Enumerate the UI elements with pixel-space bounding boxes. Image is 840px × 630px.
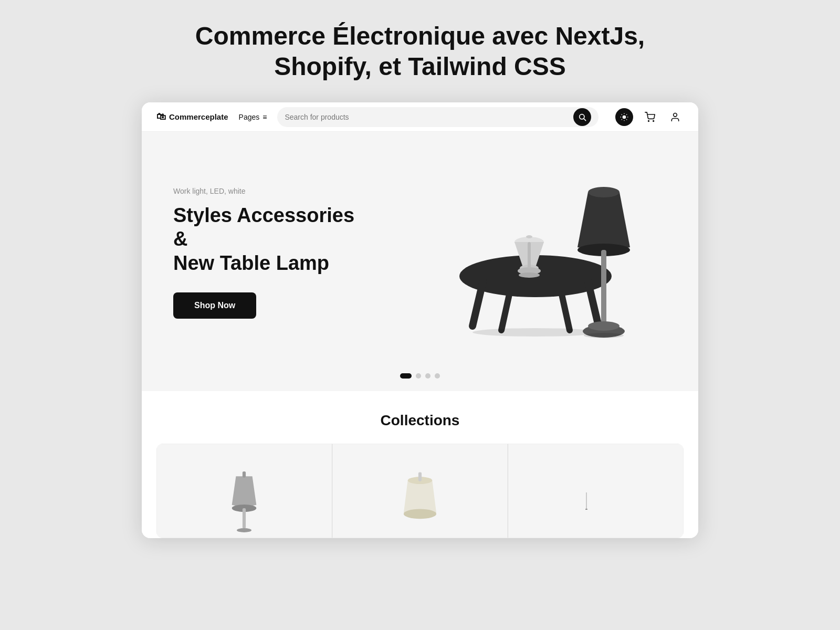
collection-item-3[interactable] xyxy=(508,444,684,538)
svg-line-10 xyxy=(626,114,627,115)
search-button[interactable] xyxy=(573,108,591,126)
navbar: 🛍 Commerceplate Pages ≡ xyxy=(142,102,698,132)
carousel-dots xyxy=(142,363,698,391)
menu-icon: ≡ xyxy=(262,113,267,121)
svg-point-13 xyxy=(674,113,677,117)
shop-now-button[interactable]: Shop Now xyxy=(173,292,256,319)
svg-point-35 xyxy=(237,528,251,532)
svg-point-30 xyxy=(588,321,620,331)
svg-rect-38 xyxy=(418,472,422,481)
logo-icon: 🛍 xyxy=(156,111,166,122)
pages-label: Pages xyxy=(239,113,260,121)
search-input[interactable] xyxy=(285,113,568,121)
svg-line-17 xyxy=(501,295,509,330)
svg-rect-28 xyxy=(601,250,606,329)
collections-section: Collections xyxy=(142,391,698,538)
hero-subtitle: Work light, LED, white xyxy=(173,187,373,195)
carousel-dot-1[interactable] xyxy=(400,373,412,379)
logo[interactable]: 🛍 Commerceplate xyxy=(156,111,228,122)
svg-line-5 xyxy=(622,114,622,115)
svg-point-2 xyxy=(623,115,626,119)
theme-icon xyxy=(620,113,628,121)
svg-line-18 xyxy=(562,295,570,330)
user-button[interactable] xyxy=(667,109,684,125)
svg-point-12 xyxy=(653,120,654,121)
svg-point-25 xyxy=(526,235,532,238)
search-bar xyxy=(277,107,598,127)
collection-lamp-1-icon xyxy=(202,464,286,538)
svg-rect-34 xyxy=(243,508,246,529)
browser-window: 🛍 Commerceplate Pages ≡ xyxy=(142,102,698,538)
svg-point-23 xyxy=(519,272,540,278)
search-icon xyxy=(578,113,586,121)
svg-line-9 xyxy=(622,119,622,120)
svg-rect-39 xyxy=(586,492,586,509)
cart-icon xyxy=(645,112,655,122)
user-icon xyxy=(670,112,680,122)
svg-point-31 xyxy=(584,333,624,338)
svg-line-1 xyxy=(584,119,586,121)
svg-line-6 xyxy=(626,119,627,120)
hero-title: Styles Accessories & New Table Lamp xyxy=(173,204,373,276)
collection-lamp-3-icon xyxy=(585,464,606,538)
page-heading: Commerce Électronique avec NextJs, Shopi… xyxy=(195,21,645,81)
collection-item-1[interactable] xyxy=(156,444,332,538)
collection-lamp-2-icon xyxy=(378,464,462,538)
furniture-illustration xyxy=(415,163,667,342)
svg-rect-24 xyxy=(528,242,531,268)
theme-toggle-button[interactable] xyxy=(615,108,633,126)
svg-point-19 xyxy=(472,328,598,337)
hero-image xyxy=(415,163,667,342)
carousel-dot-3[interactable] xyxy=(425,373,430,379)
svg-point-11 xyxy=(648,120,649,121)
svg-rect-32 xyxy=(243,471,246,478)
svg-point-40 xyxy=(585,509,587,510)
collections-grid xyxy=(156,444,684,538)
svg-point-26 xyxy=(588,187,620,197)
hero-content: Work light, LED, white Styles Accessorie… xyxy=(173,187,373,319)
collections-title: Collections xyxy=(156,412,684,429)
svg-point-37 xyxy=(404,509,436,519)
cart-button[interactable] xyxy=(642,109,658,125)
collection-item-2[interactable] xyxy=(332,444,508,538)
logo-text: Commerceplate xyxy=(169,112,228,121)
carousel-dot-4[interactable] xyxy=(435,373,440,379)
hero-section: Work light, LED, white Styles Accessorie… xyxy=(142,132,698,363)
carousel-dot-2[interactable] xyxy=(416,373,421,379)
pages-menu[interactable]: Pages ≡ xyxy=(239,113,267,121)
nav-icons xyxy=(615,108,684,126)
